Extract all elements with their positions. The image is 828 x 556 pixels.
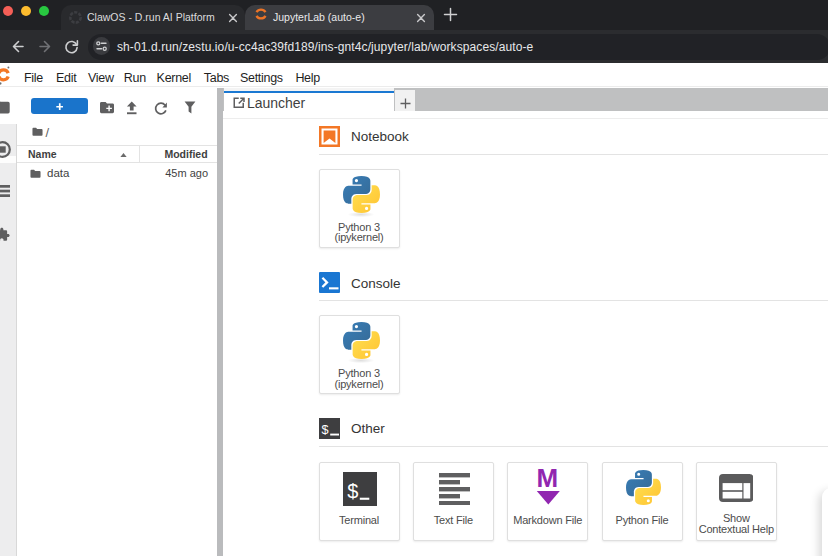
svg-text:$: $ <box>347 479 358 501</box>
svg-text:$: $ <box>321 423 328 437</box>
svg-text:M: M <box>537 467 559 493</box>
